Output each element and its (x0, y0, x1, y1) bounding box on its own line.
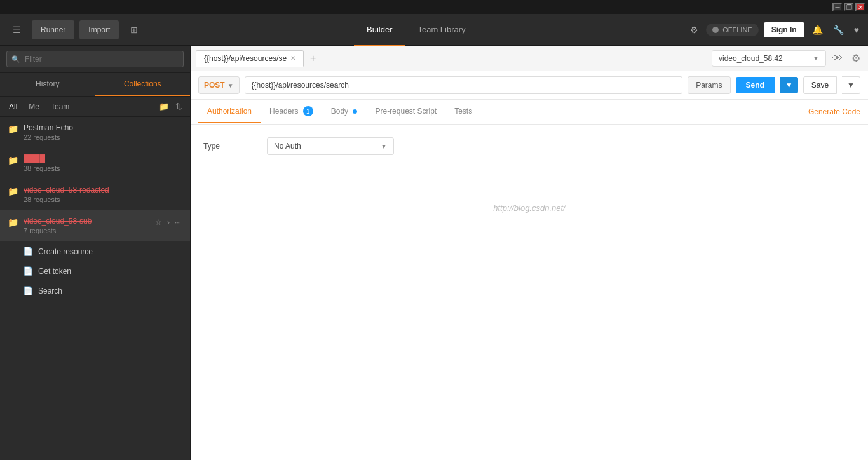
environment-dropdown[interactable]: video_cloud_58.42 ▼ (712, 50, 826, 67)
gear-icon: ⚙ (851, 53, 860, 64)
eye-icon: 👁 (832, 53, 843, 64)
main-layout: 🔍 History Collections All Me Team 📁 ⇅ 📁 … (0, 46, 868, 460)
close-tab-icon[interactable]: ✕ (290, 55, 295, 62)
sub-item-create-resource[interactable]: 📄 Create resource (0, 241, 190, 261)
heart-button[interactable]: ♥ (851, 22, 862, 37)
sidebar-tab-collections[interactable]: Collections (95, 73, 191, 96)
settings-button[interactable]: ⚙ (688, 22, 701, 37)
status-indicator: OFFLINE (706, 24, 758, 36)
collection-count: 7 requests (24, 227, 149, 234)
settings-icon: ⚙ (690, 25, 698, 35)
sidebar-tab-history[interactable]: History (0, 73, 95, 96)
title-bar: ─ ❐ ✕ (0, 0, 868, 14)
body-label: Body (331, 107, 348, 116)
url-tab-bar: {{host}}/api/resources/se ✕ + video_clou… (191, 46, 868, 71)
method-label: POST (204, 81, 225, 90)
sub-item-folder-icon: 📄 (23, 286, 33, 295)
generate-code-link[interactable]: Generate Code (808, 101, 860, 123)
save-button[interactable]: Save (803, 76, 837, 94)
notifications-button[interactable]: 🔔 (810, 22, 825, 37)
collection-item-3[interactable]: 📁 video_cloud_58-redacted 28 requests (0, 179, 190, 210)
new-collection-button[interactable]: 📁 (158, 100, 170, 112)
sub-item-folder-icon: 📄 (23, 266, 33, 276)
save-dropdown-button[interactable]: ▼ (842, 76, 860, 94)
collections-list: 📁 Postman Echo 22 requests 📁 ████ 38 req… (0, 117, 190, 460)
sign-in-button[interactable]: Sign In (764, 22, 804, 37)
environment-value: video_cloud_58.42 (719, 54, 783, 63)
watermark-text: http://blog.csdn.net/ (203, 165, 855, 251)
tab-builder[interactable]: Builder (354, 15, 405, 46)
favorite-icon[interactable]: ☆ (154, 217, 163, 228)
request-tabs: Authorization Headers 1 Body Pre-request… (191, 100, 868, 125)
sub-tab-actions: 📁 ⇅ (158, 100, 184, 112)
sub-tab-all[interactable]: All (6, 101, 20, 112)
tab-authorization[interactable]: Authorization (198, 100, 261, 123)
auth-type-value: No Auth (274, 142, 301, 151)
eye-button[interactable]: 👁 (830, 50, 845, 67)
wrench-button[interactable]: 🔧 (831, 22, 846, 37)
auth-type-chevron-icon: ▼ (381, 143, 387, 150)
toolbar-left: ☰ Runner Import ⊞ (6, 20, 144, 40)
sub-tab-me[interactable]: Me (26, 101, 42, 112)
tab-pre-request[interactable]: Pre-request Script (366, 100, 445, 123)
collection-info: Postman Echo 22 requests (24, 123, 182, 141)
sub-item-label: Get token (38, 267, 71, 276)
sidebar: 🔍 History Collections All Me Team 📁 ⇅ 📁 … (0, 46, 191, 460)
sub-item-folder-icon: 📄 (23, 247, 33, 256)
collection-info: video_cloud_58-redacted 28 requests (24, 186, 182, 203)
collection-item-4[interactable]: 📁 video_cloud_58-sub 7 requests ☆ › ··· (0, 210, 190, 241)
toolbar-right: ⚙ OFFLINE Sign In 🔔 🔧 ♥ (688, 22, 862, 37)
sub-item-search[interactable]: 📄 Search (0, 281, 190, 301)
send-dropdown-button[interactable]: ▼ (780, 77, 798, 93)
runner-button[interactable]: Runner (32, 20, 74, 39)
more-icon[interactable]: ··· (173, 217, 182, 228)
sub-tab-team[interactable]: Team (48, 101, 72, 112)
sidebar-toggle-button[interactable]: ☰ (6, 20, 27, 40)
headers-label: Headers (269, 107, 298, 116)
status-label: OFFLINE (722, 26, 752, 34)
add-tab-button[interactable]: + (306, 51, 320, 65)
restore-button[interactable]: ❐ (844, 3, 854, 11)
sidebar-tab-bar: History Collections (0, 73, 190, 97)
active-request-tab[interactable]: {{host}}/api/resources/se ✕ (196, 50, 304, 67)
status-dot (712, 27, 719, 33)
bell-icon: 🔔 (812, 25, 823, 35)
tab-body[interactable]: Body (322, 100, 367, 123)
expand-icon[interactable]: › (166, 217, 171, 228)
sub-tab-bar: All Me Team 📁 ⇅ (0, 97, 190, 117)
request-toolbar: POST ▼ Params Send ▼ Save ▼ (191, 71, 868, 100)
close-button[interactable]: ✕ (855, 3, 865, 11)
collection-name: video_cloud_58-sub (24, 217, 149, 226)
auth-type-dropdown[interactable]: No Auth ▼ (267, 137, 394, 155)
toolbar-center: Builder Team Library (144, 14, 688, 46)
headers-badge: 1 (303, 106, 313, 116)
body-dot (353, 109, 357, 114)
minimize-button[interactable]: ─ (832, 3, 843, 11)
sidebar-toggle-icon: ☰ (13, 25, 21, 35)
collection-name: ████ (24, 154, 182, 163)
collection-item-postman-echo[interactable]: 📁 Postman Echo 22 requests (0, 117, 190, 148)
auth-type-label: Type (203, 142, 254, 151)
sub-item-label: Create resource (38, 247, 93, 256)
url-input[interactable] (245, 76, 683, 94)
import-button[interactable]: Import (79, 20, 119, 39)
method-dropdown[interactable]: POST ▼ (198, 76, 240, 94)
send-button[interactable]: Send (736, 77, 775, 93)
heart-icon: ♥ (854, 25, 859, 35)
collection-item-2[interactable]: 📁 ████ 38 requests (0, 148, 190, 179)
params-button[interactable]: Params (688, 76, 730, 94)
folder-icon: 📁 (8, 155, 18, 165)
tab-team-library[interactable]: Team Library (405, 15, 478, 46)
sidebar-filter-area: 🔍 (0, 46, 190, 73)
tab-tests[interactable]: Tests (445, 100, 481, 123)
sub-item-label: Search (38, 287, 62, 295)
sub-item-get-token[interactable]: 📄 Get token (0, 261, 190, 281)
settings-gear-button[interactable]: ⚙ (849, 50, 863, 67)
folder-icon: 📁 (8, 217, 18, 227)
new-tab-button[interactable]: ⊞ (124, 20, 144, 40)
env-chevron-icon: ▼ (813, 55, 819, 62)
filter-input[interactable] (6, 51, 184, 67)
sort-button[interactable]: ⇅ (174, 100, 184, 112)
tab-headers[interactable]: Headers 1 (261, 100, 322, 124)
folder-icon: 📁 (8, 124, 18, 134)
